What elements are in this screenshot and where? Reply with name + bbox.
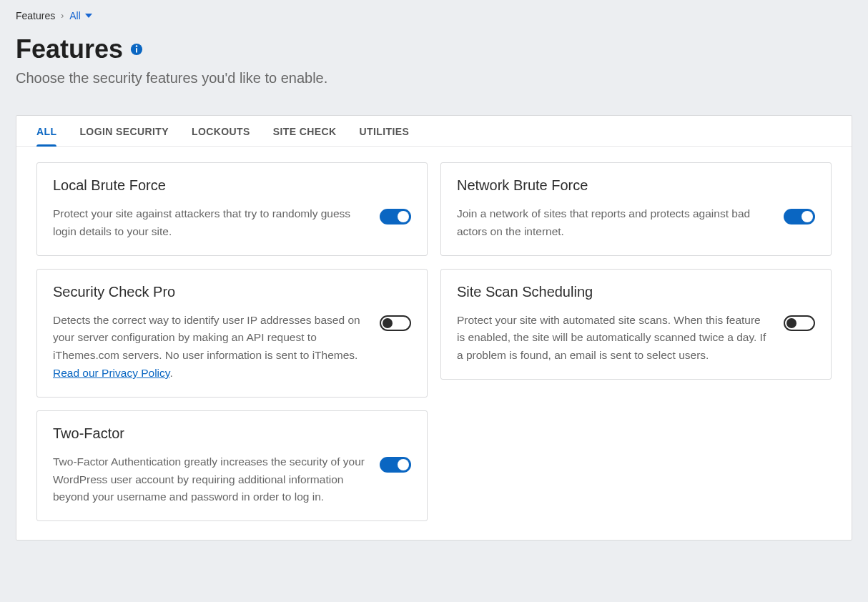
feature-card-local-brute-force: Local Brute ForceProtect your site again… xyxy=(36,162,428,256)
breadcrumb-root[interactable]: Features xyxy=(16,10,55,21)
caret-down-icon xyxy=(85,12,92,19)
breadcrumb-current-dropdown[interactable]: All xyxy=(69,10,92,21)
chevron-right-icon: › xyxy=(61,11,64,21)
toggle-knob xyxy=(398,211,409,222)
toggle-knob xyxy=(786,318,797,328)
toggle-network-brute-force[interactable] xyxy=(784,209,815,224)
feature-card-two-factor: Two-FactorTwo-Factor Authentication grea… xyxy=(36,410,428,521)
feature-card-site-scan-scheduling: Site Scan SchedulingProtect your site wi… xyxy=(440,269,832,380)
feature-title: Security Check Pro xyxy=(53,284,367,300)
toggle-site-scan-scheduling[interactable] xyxy=(784,315,815,331)
svg-rect-1 xyxy=(136,48,137,52)
tab-all[interactable]: ALL xyxy=(36,116,56,146)
breadcrumb: Features › All xyxy=(16,10,852,21)
feature-title: Network Brute Force xyxy=(457,177,771,194)
toggle-knob xyxy=(383,318,393,328)
feature-title: Local Brute Force xyxy=(53,177,367,194)
info-icon[interactable] xyxy=(130,43,143,56)
feature-card-network-brute-force: Network Brute ForceJoin a network of sit… xyxy=(440,162,832,256)
tab-utilities[interactable]: UTILITIES xyxy=(360,116,410,146)
page-subtitle: Choose the security features you'd like … xyxy=(16,70,852,87)
feature-description: Detects the correct way to identify user… xyxy=(53,312,367,383)
tab-site-check[interactable]: SITE CHECK xyxy=(273,116,337,146)
breadcrumb-current-label: All xyxy=(69,10,81,21)
feature-description: Protect your site against attackers that… xyxy=(53,205,367,241)
feature-title: Two-Factor xyxy=(53,425,367,442)
page-title: Features xyxy=(16,34,123,64)
tab-lockouts[interactable]: LOCKOUTS xyxy=(192,116,250,146)
tab-login-security[interactable]: LOGIN SECURITY xyxy=(79,116,169,146)
toggle-security-check-pro[interactable] xyxy=(380,315,411,331)
privacy-policy-link[interactable]: Read our Privacy Policy xyxy=(53,367,169,379)
feature-cards-grid: Local Brute ForceProtect your site again… xyxy=(16,147,852,521)
toggle-knob xyxy=(802,211,813,222)
feature-card-security-check-pro: Security Check ProDetects the correct wa… xyxy=(36,269,428,398)
toggle-local-brute-force[interactable] xyxy=(380,209,411,224)
toggle-knob xyxy=(398,459,409,470)
feature-description: Join a network of sites that reports and… xyxy=(457,205,771,241)
feature-title: Site Scan Scheduling xyxy=(457,284,771,300)
feature-description: Protect your site with automated site sc… xyxy=(457,312,771,365)
tabs-bar: ALLLOGIN SECURITYLOCKOUTSSITE CHECKUTILI… xyxy=(16,116,852,147)
features-panel: ALLLOGIN SECURITYLOCKOUTSSITE CHECKUTILI… xyxy=(16,115,852,541)
feature-description: Two-Factor Authentication greatly increa… xyxy=(53,453,367,506)
toggle-two-factor[interactable] xyxy=(380,457,411,473)
svg-point-2 xyxy=(136,45,138,47)
